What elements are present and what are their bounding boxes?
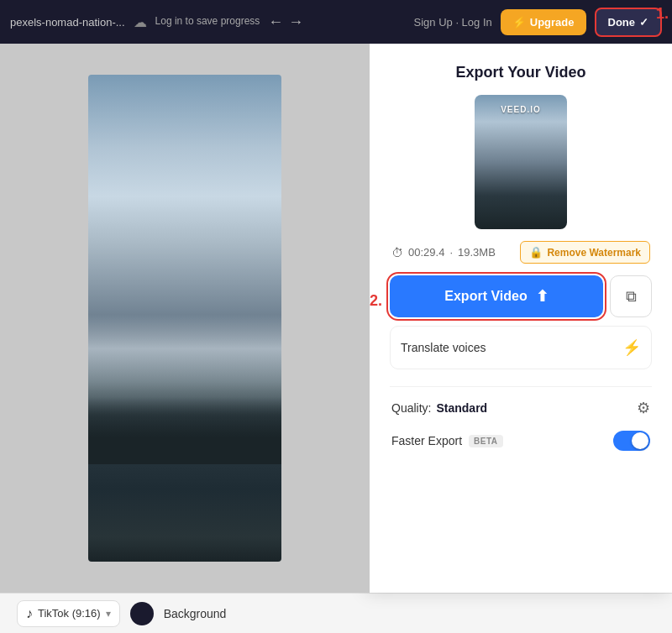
quality-label: Quality:	[391, 401, 431, 415]
trees-layer	[88, 397, 281, 464]
toggle-track	[613, 431, 650, 451]
filename-label: pexels-nomad-nation-...	[10, 16, 125, 29]
meta-size: 19.3MB	[458, 246, 496, 259]
step-2-badge: 2.	[370, 292, 382, 310]
background-label: Background	[164, 607, 227, 620]
faster-label-wrap: Faster Export BETA	[391, 434, 503, 447]
bottombar: ♪ TikTok (9:16) ▾ Background	[0, 593, 672, 633]
format-label: TikTok (9:16)	[38, 607, 101, 620]
main-area: Export Your Video VEED.IO ⏱ 00:29.4 · 19…	[0, 44, 672, 593]
done-button[interactable]: Done ✓	[595, 8, 663, 37]
export-video-row: Export Video ⬆ ⧉	[390, 275, 652, 317]
remove-watermark-button[interactable]: 🔒 Remove Watermark	[520, 241, 650, 264]
step-1-badge: 1.	[656, 5, 669, 23]
done-check-icon: ✓	[639, 16, 648, 29]
meta-separator: ·	[449, 246, 453, 259]
translate-icon: ⚡	[622, 338, 641, 357]
quality-left: Quality: Standard	[391, 401, 487, 415]
remove-watermark-label: Remove Watermark	[547, 247, 641, 259]
share-icon: ⧉	[626, 288, 637, 306]
tiktok-icon: ♪	[26, 606, 33, 621]
faster-export-toggle[interactable]	[613, 431, 650, 451]
cloud-icon: ☁	[134, 14, 147, 30]
upgrade-button[interactable]: ⚡ Upgrade	[501, 9, 586, 35]
chevron-down-icon: ▾	[106, 608, 111, 620]
auth-separator: ·	[455, 16, 461, 29]
export-thumbnail: VEED.IO	[475, 95, 567, 229]
video-preview	[88, 75, 281, 562]
lock-icon: 🔒	[529, 246, 543, 259]
quality-row: Quality: Standard ⚙	[390, 399, 652, 417]
faster-export-row: Faster Export BETA	[390, 431, 652, 451]
auth-links: Sign Up · Log In	[414, 16, 492, 29]
topbar: pexels-nomad-nation-... ☁ Log in to save…	[0, 0, 672, 44]
done-label: Done	[608, 16, 636, 29]
clock-icon: ⏱	[391, 246, 403, 259]
export-thumb-bg	[475, 95, 567, 229]
export-video-label: Export Video	[444, 289, 527, 304]
background-color-swatch[interactable]	[130, 602, 154, 625]
export-panel: Export Your Video VEED.IO ⏱ 00:29.4 · 19…	[370, 44, 672, 593]
save-progress-label[interactable]: Log in to save progress	[155, 15, 260, 29]
export-video-wrap: Export Video ⬆ ⧉ 2.	[390, 275, 652, 326]
faster-export-label: Faster Export	[391, 434, 462, 447]
quality-gear-icon[interactable]: ⚙	[637, 399, 650, 417]
export-share-button[interactable]: ⧉	[610, 275, 652, 317]
signup-link[interactable]: Sign Up	[414, 16, 453, 29]
video-background	[88, 75, 281, 562]
upgrade-icon: ⚡	[512, 16, 526, 29]
export-meta: ⏱ 00:29.4 · 19.3MB 🔒 Remove Watermark	[390, 241, 652, 264]
upgrade-label: Upgrade	[530, 16, 575, 29]
export-meta-info: ⏱ 00:29.4 · 19.3MB	[391, 246, 496, 259]
meta-duration: 00:29.4	[408, 246, 444, 259]
toggle-thumb	[632, 432, 648, 449]
tiktok-format-selector[interactable]: ♪ TikTok (9:16) ▾	[17, 600, 120, 627]
nav-buttons: ← →	[268, 13, 303, 31]
export-thumb-watermark: VEED.IO	[475, 105, 567, 114]
back-button[interactable]: ←	[268, 13, 283, 31]
divider	[390, 386, 652, 387]
beta-badge: BETA	[469, 435, 502, 447]
export-thumbnail-wrap: VEED.IO	[390, 95, 652, 229]
login-link[interactable]: Log In	[462, 16, 492, 29]
translate-voices-label: Translate voices	[401, 341, 486, 354]
quality-value: Standard	[436, 401, 487, 415]
export-title: Export Your Video	[390, 64, 652, 81]
forward-button[interactable]: →	[288, 13, 303, 31]
export-video-button[interactable]: Export Video ⬆	[390, 275, 603, 317]
translate-voices-row[interactable]: Translate voices ⚡	[390, 326, 652, 369]
upload-icon: ⬆	[536, 287, 549, 306]
canvas-area	[0, 44, 370, 593]
